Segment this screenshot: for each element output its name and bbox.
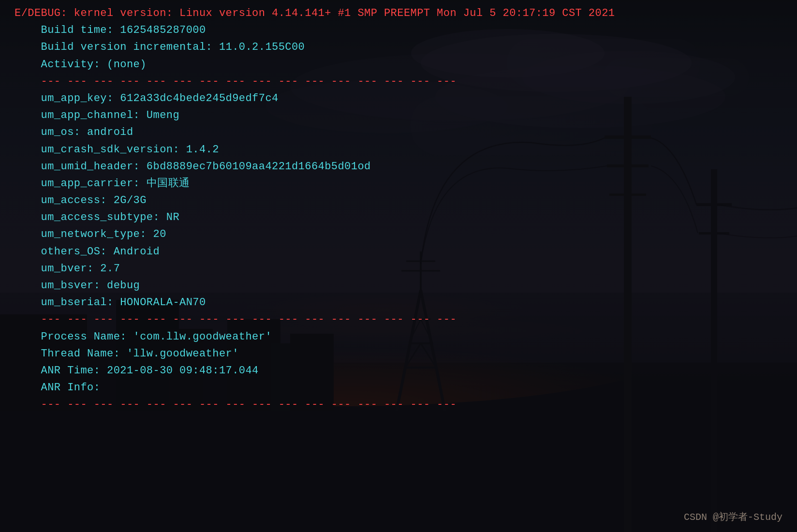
terminal-line-15: um_bver: 2.7 [15, 260, 782, 277]
terminal-line-22: ANR Info: [15, 379, 782, 396]
terminal-line-7: um_os: android [15, 124, 782, 141]
terminal-line-17: um_bserial: HONORALA-AN70 [15, 294, 782, 311]
terminal-line-1: Build time: 1625485287000 [15, 22, 782, 39]
terminal-line-3: Activity: (none) [15, 56, 782, 73]
terminal-line-9: um_umid_header: 6bd8889ec7b60109aa4221d1… [15, 158, 782, 175]
terminal-line-0: E/DEBUG: kernel version: Linux version 4… [15, 5, 782, 22]
terminal-line-8: um_crash_sdk_version: 1.4.2 [15, 141, 782, 158]
watermark: CSDN @初学者-Study [684, 510, 782, 523]
terminal-line-4: --- --- --- --- --- --- --- --- --- --- … [15, 73, 782, 90]
terminal-line-10: um_app_carrier: 中国联通 [15, 175, 782, 192]
terminal-line-5: um_app_key: 612a33dc4bede245d9edf7c4 [15, 90, 782, 107]
terminal-content: E/DEBUG: kernel version: Linux version 4… [15, 5, 782, 414]
terminal-line-13: um_network_type: 20 [15, 226, 782, 243]
terminal-overlay: E/DEBUG: kernel version: Linux version 4… [0, 0, 797, 532]
terminal-line-18: --- --- --- --- --- --- --- --- --- --- … [15, 311, 782, 328]
terminal-line-16: um_bsver: debug [15, 277, 782, 294]
terminal-line-12: um_access_subtype: NR [15, 209, 782, 226]
terminal-line-19: Process Name: 'com.llw.goodweather' [15, 328, 782, 345]
terminal-line-23: --- --- --- --- --- --- --- --- --- --- … [15, 396, 782, 413]
terminal-line-11: um_access: 2G/3G [15, 192, 782, 209]
terminal-line-21: ANR Time: 2021-08-30 09:48:17.044 [15, 362, 782, 379]
terminal-line-14: others_OS: Android [15, 243, 782, 260]
terminal-line-2: Build version incremental: 11.0.2.155C00 [15, 39, 782, 56]
terminal-line-6: um_app_channel: Umeng [15, 107, 782, 124]
terminal-line-20: Thread Name: 'llw.goodweather' [15, 345, 782, 362]
